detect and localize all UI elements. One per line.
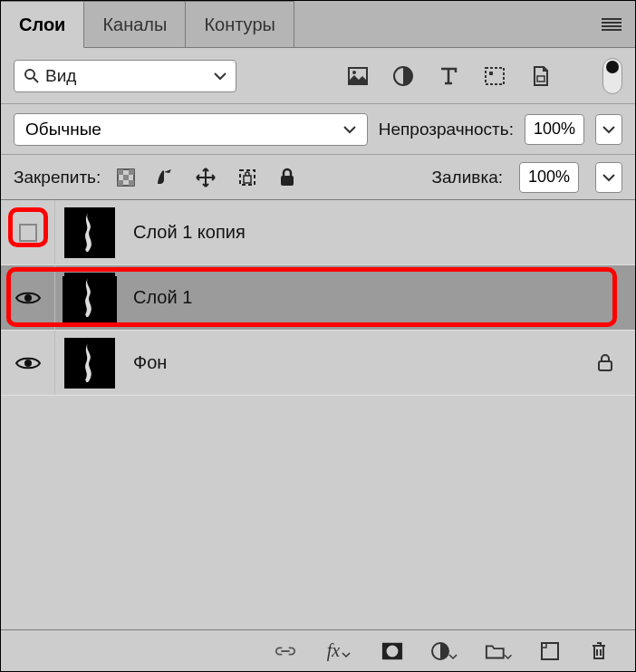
layer-name[interactable]: Фон [133,352,167,373]
opacity-input[interactable]: 100% [525,114,584,145]
eye-icon [14,289,42,307]
fill-label: Заливка: [432,168,503,187]
lock-artboard-icon[interactable] [236,167,258,188]
svg-rect-15 [244,176,251,183]
blend-mode-select[interactable]: Обычные [14,113,368,146]
layer-thumbnail[interactable] [64,273,115,323]
lock-all-icon[interactable] [278,168,296,187]
svg-rect-17 [20,225,36,241]
panel-tabs: Слои Каналы Контуры [1,1,635,48]
visibility-toggle[interactable] [1,200,55,264]
svg-rect-13 [129,180,134,186]
svg-rect-24 [542,643,558,659]
link-layers-button[interactable] [275,640,296,662]
toggle-knob [606,61,619,73]
lock-icon [597,354,613,372]
filter-shape-icon[interactable] [484,66,506,86]
layers-list: Слой 1 копия Слой 1 Фон [1,200,635,396]
lock-image-icon[interactable] [155,168,175,187]
lock-transparency-icon[interactable] [117,168,135,187]
svg-rect-10 [129,169,134,175]
eye-icon [14,354,42,372]
lock-label: Закрепить: [14,168,101,187]
svg-rect-9 [118,169,123,175]
layer-row[interactable]: Слой 1 [1,265,635,331]
new-group-button[interactable] [485,640,512,662]
filter-pixel-icon[interactable] [348,67,368,85]
smoke-thumbnail-icon [72,341,108,385]
new-layer-button[interactable] [539,640,561,662]
visibility-off-icon [15,220,41,245]
filter-type-icon[interactable] [438,66,458,86]
svg-rect-20 [599,361,612,370]
svg-point-19 [24,360,32,367]
filter-label: Вид [45,66,76,86]
opacity-label: Непрозрачность: [379,120,514,139]
selection-brackets-icon [70,276,110,320]
delete-layer-button[interactable] [588,640,610,662]
fill-input[interactable]: 100% [519,162,579,193]
tab-channels[interactable]: Каналы [84,1,186,47]
visibility-toggle[interactable] [1,331,55,395]
filter-toggle[interactable] [602,58,622,94]
layer-thumbnail[interactable] [64,338,115,389]
smoke-thumbnail-icon [72,211,108,254]
lock-icons [117,167,296,188]
layer-name[interactable]: Слой 1 копия [133,222,246,243]
svg-point-18 [24,294,32,302]
hamburger-icon [602,18,622,31]
blend-row: Обычные Непрозрачность: 100% [1,104,635,155]
chevron-down-icon [343,125,356,134]
filter-icons [348,65,551,87]
layers-panel: Слои Каналы Контуры Вид [0,0,636,672]
filter-adjustment-icon[interactable] [393,66,413,86]
layer-filter-select[interactable]: Вид [14,60,236,92]
layer-thumbnail[interactable] [64,207,115,258]
svg-rect-5 [486,68,504,84]
filter-row: Вид [1,48,635,104]
opacity-dropdown-button[interactable] [595,114,622,145]
svg-rect-6 [489,72,493,75]
panel-menu-button[interactable] [588,1,635,47]
layer-name[interactable]: Слой 1 [133,287,192,308]
svg-rect-7 [537,76,544,82]
layer-row[interactable]: Фон [1,331,635,396]
chevron-down-icon [214,72,226,81]
layer-row[interactable]: Слой 1 копия [1,200,635,265]
lock-row: Закрепить: Заливка: 100% [1,155,635,200]
svg-rect-12 [118,180,123,186]
tab-layers[interactable]: Слои [1,1,84,48]
layer-mask-button[interactable] [381,640,403,662]
layer-style-button[interactable]: fx [323,640,354,662]
tab-paths[interactable]: Контуры [186,1,294,47]
svg-point-22 [387,645,399,657]
svg-point-0 [25,70,34,79]
panel-footer: fx [1,629,635,671]
fill-dropdown-button[interactable] [595,162,622,193]
adjustment-layer-button[interactable] [430,640,458,662]
filter-smartobject-icon[interactable] [531,65,551,87]
svg-rect-11 [123,175,129,180]
svg-line-1 [34,78,38,82]
svg-rect-16 [281,176,294,186]
search-icon [24,68,40,84]
svg-point-3 [352,71,356,74]
blend-mode-value: Обычные [25,120,101,139]
visibility-toggle[interactable] [1,265,55,330]
lock-position-icon[interactable] [195,167,217,188]
